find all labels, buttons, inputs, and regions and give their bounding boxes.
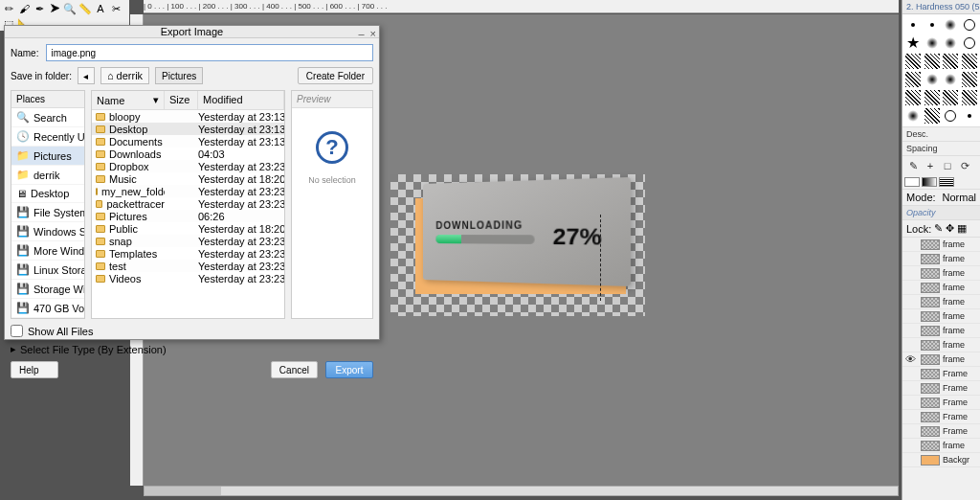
brush-swatch[interactable]: [961, 34, 978, 52]
opacity-row[interactable]: Opacity: [902, 205, 980, 219]
place-item[interactable]: 🔍Search: [11, 108, 84, 127]
file-row[interactable]: testYesterday at 23:23: [92, 260, 284, 272]
scrollbar-thumb[interactable]: [145, 487, 221, 495]
brush-swatch[interactable]: [924, 34, 941, 52]
brush-swatch[interactable]: [961, 53, 978, 70]
file-row[interactable]: Downloads04:03: [92, 148, 284, 160]
brush-swatch[interactable]: [942, 53, 959, 70]
layer-row[interactable]: frame: [902, 338, 980, 352]
swatch-pattern[interactable]: [939, 177, 954, 187]
tool-icon[interactable]: ✒: [33, 2, 46, 15]
move-lock-icon[interactable]: ✥: [946, 222, 954, 235]
file-row[interactable]: DocumentsYesterday at 23:13: [92, 135, 284, 148]
file-row[interactable]: MusicYesterday at 18:20: [92, 172, 284, 185]
layer-row[interactable]: frame: [902, 238, 980, 252]
mode-row[interactable]: Mode: Normal: [902, 189, 980, 205]
file-row[interactable]: DesktopYesterday at 23:13: [92, 123, 284, 135]
tool-icon[interactable]: 📏: [78, 2, 92, 15]
brush-swatch[interactable]: [942, 34, 959, 52]
dialog-titlebar[interactable]: Export Image – ×: [5, 26, 379, 38]
file-row[interactable]: PublicYesterday at 18:20: [92, 222, 284, 235]
layer-row[interactable]: frame: [902, 324, 980, 338]
layer-row[interactable]: Frame: [902, 424, 980, 439]
layer-row[interactable]: 👁frame: [902, 352, 980, 367]
file-row[interactable]: packettracerYesterday at 23:23: [92, 197, 284, 210]
tool-icon[interactable]: ✂: [109, 2, 122, 15]
brush-swatch[interactable]: [942, 107, 959, 125]
file-row[interactable]: VideosYesterday at 23:23: [92, 272, 284, 284]
filetype-expander[interactable]: ▸ Select File Type (By Extension): [11, 343, 373, 355]
swatch-gradient[interactable]: [922, 177, 937, 187]
plus-icon[interactable]: +: [924, 159, 937, 172]
show-all-checkbox[interactable]: [11, 325, 23, 337]
place-item[interactable]: 💾More Windows S...: [11, 241, 84, 261]
brush-swatch[interactable]: [942, 71, 959, 88]
place-item[interactable]: 💾Linux Storage: [11, 261, 84, 280]
brush-swatch[interactable]: [924, 107, 941, 125]
crumb-home[interactable]: ⌂derrik: [100, 67, 149, 84]
brush-swatch[interactable]: [904, 89, 922, 106]
layer-row[interactable]: Frame: [902, 410, 980, 424]
brush-swatch[interactable]: [942, 16, 959, 34]
brush-lock-icon[interactable]: ✎: [934, 222, 943, 235]
pencil-icon[interactable]: ✎: [906, 159, 920, 172]
col-name-header[interactable]: Name▾: [92, 91, 165, 109]
place-item[interactable]: 💾470 GB Volume: [11, 299, 84, 318]
brush-swatch[interactable]: [904, 107, 922, 125]
cancel-button[interactable]: Cancel: [271, 361, 318, 378]
col-mod-header[interactable]: Modified: [198, 91, 284, 109]
file-row[interactable]: TemplatesYesterday at 23:23: [92, 247, 284, 260]
brush-swatch[interactable]: [924, 89, 941, 106]
brush-swatch[interactable]: [924, 16, 941, 34]
file-row[interactable]: bloopyYesterday at 23:13: [92, 110, 284, 123]
close-icon[interactable]: ×: [370, 28, 376, 39]
brush-grid[interactable]: ★: [902, 14, 980, 126]
layer-row[interactable]: frame: [902, 252, 980, 266]
layer-row[interactable]: Frame: [902, 381, 980, 396]
alpha-lock-icon[interactable]: ▦: [957, 222, 967, 235]
tool-icon[interactable]: 🖌: [17, 2, 31, 15]
tool-icon[interactable]: 🔍: [63, 2, 77, 15]
col-size-header[interactable]: Size: [165, 91, 198, 109]
layer-row[interactable]: frame: [902, 266, 980, 281]
tool-icon[interactable]: A: [94, 2, 107, 15]
refresh-icon[interactable]: ⟳: [958, 159, 971, 172]
layer-row[interactable]: frame: [902, 439, 980, 453]
create-folder-button[interactable]: Create Folder: [298, 67, 373, 84]
brush-swatch[interactable]: [904, 53, 922, 70]
brush-swatch[interactable]: [904, 71, 922, 88]
place-item[interactable]: 💾Windows SSD sto...: [11, 222, 84, 241]
place-item[interactable]: 📁Pictures: [11, 147, 84, 166]
place-item[interactable]: 📁derrik: [11, 166, 84, 185]
layer-row[interactable]: frame: [902, 281, 980, 295]
swatch-blank[interactable]: [904, 177, 920, 187]
brush-swatch[interactable]: [924, 53, 941, 70]
place-item[interactable]: 🕓Recently Used: [11, 127, 84, 147]
crumb-current[interactable]: Pictures: [155, 67, 203, 84]
file-row[interactable]: Pictures06:26: [92, 210, 284, 222]
brush-swatch[interactable]: [961, 71, 978, 88]
horizontal-scrollbar[interactable]: [144, 486, 899, 496]
screen-icon[interactable]: □: [941, 159, 954, 172]
file-row[interactable]: my_new_folderYesterday at 23:23: [92, 185, 284, 197]
place-item[interactable]: 💾Storage Windows: [11, 280, 84, 299]
layer-row[interactable]: frame: [902, 295, 980, 309]
layer-row[interactable]: Backgr: [902, 453, 980, 467]
brush-swatch[interactable]: [942, 89, 959, 106]
layer-row[interactable]: Frame: [902, 367, 980, 381]
place-item[interactable]: 💾File System: [11, 203, 84, 222]
layer-row[interactable]: Frame: [902, 396, 980, 410]
brush-swatch[interactable]: [904, 16, 922, 34]
minimize-icon[interactable]: –: [358, 28, 364, 39]
tool-icon[interactable]: ⮞: [48, 2, 61, 15]
visibility-icon[interactable]: 👁: [902, 353, 918, 365]
tool-icon[interactable]: ✏: [2, 2, 15, 15]
place-item[interactable]: 🖥Desktop: [11, 185, 84, 203]
layer-row[interactable]: frame: [902, 309, 980, 324]
layers-panel[interactable]: frameframeframeframeframeframeframeframe…: [902, 237, 980, 500]
brush-swatch[interactable]: [961, 16, 978, 34]
file-row[interactable]: snapYesterday at 23:23: [92, 235, 284, 247]
filename-input[interactable]: [46, 44, 373, 61]
help-button[interactable]: Help: [11, 361, 58, 378]
export-button[interactable]: Export: [325, 361, 373, 378]
